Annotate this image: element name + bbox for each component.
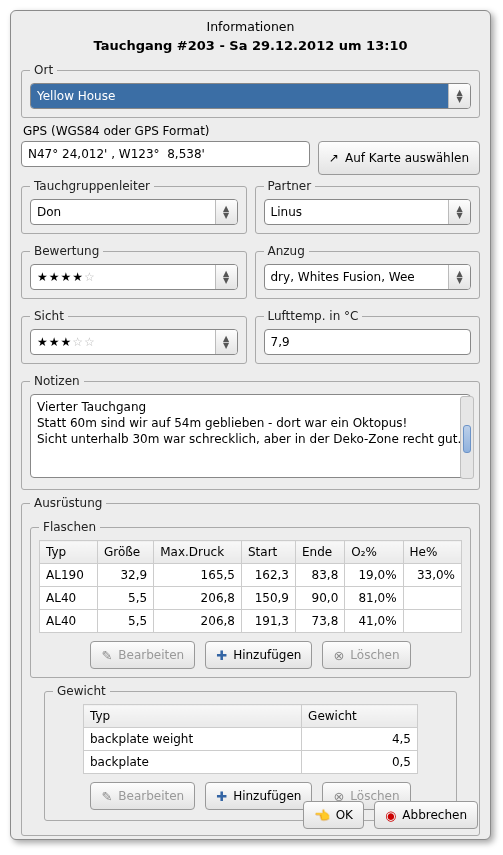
suit-combo[interactable]: dry, Whites Fusion, Wee ▲▼ xyxy=(264,264,472,290)
table-header[interactable]: Gewicht xyxy=(302,705,418,728)
equipment-group: Ausrüstung Flaschen TypGrößeMax.DruckSta… xyxy=(21,496,480,836)
window-title: Informationen xyxy=(21,17,480,38)
table-header[interactable]: He% xyxy=(403,541,461,564)
map-pointer-icon: ↗ xyxy=(329,152,339,164)
divemaster-group: Tauchgruppenleiter Don ▲▼ xyxy=(21,179,247,234)
visibility-stars: ★★★☆☆ xyxy=(31,330,215,354)
location-combo[interactable]: ▲▼ xyxy=(30,83,471,109)
wt-add-button[interactable]: ✚Hinzufügen xyxy=(205,782,312,810)
table-row[interactable]: backplate0,5 xyxy=(84,751,418,774)
divemaster-dropdown[interactable]: ▲▼ xyxy=(215,200,237,224)
gps-label: GPS (WGS84 oder GPS Format) xyxy=(23,124,480,138)
table-header[interactable]: Typ xyxy=(40,541,98,564)
location-legend: Ort xyxy=(30,63,57,77)
rating-group: Bewertung ★★★★☆ ▲▼ xyxy=(21,244,247,299)
table-row[interactable]: AL405,5206,8191,373,841,0% xyxy=(40,610,462,633)
cylinders-group: Flaschen TypGrößeMax.DruckStartEndeO₂%He… xyxy=(30,520,471,678)
air-temp-group: Lufttemp. in °C xyxy=(255,309,481,364)
table-row[interactable]: AL19032,9165,5162,383,819,0%33,0% xyxy=(40,564,462,587)
table-row[interactable]: AL405,5206,8150,990,081,0% xyxy=(40,587,462,610)
table-header[interactable]: Max.Druck xyxy=(154,541,242,564)
rating-legend: Bewertung xyxy=(30,244,103,258)
table-header[interactable]: O₂% xyxy=(345,541,403,564)
location-group: Ort ▲▼ xyxy=(21,63,480,118)
air-temp-input[interactable] xyxy=(264,329,472,355)
location-dropdown[interactable]: ▲▼ xyxy=(448,84,470,108)
table-header[interactable]: Start xyxy=(241,541,295,564)
buddy-combo[interactable]: Linus ▲▼ xyxy=(264,199,472,225)
cyl-delete-button[interactable]: ⊗Löschen xyxy=(322,641,410,669)
buddy-value: Linus xyxy=(265,200,449,224)
chevron-down-icon: ▼ xyxy=(456,96,462,103)
table-header[interactable]: Größe xyxy=(97,541,153,564)
ok-button[interactable]: 👈OK xyxy=(303,801,364,829)
suit-group: Anzug dry, Whites Fusion, Wee ▲▼ xyxy=(255,244,481,299)
rating-combo[interactable]: ★★★★☆ ▲▼ xyxy=(30,264,238,290)
suit-dropdown[interactable]: ▲▼ xyxy=(448,265,470,289)
plus-icon: ✚ xyxy=(216,790,227,803)
ok-icon: 👈 xyxy=(314,809,330,822)
pencil-icon: ✎ xyxy=(101,649,112,662)
cylinders-legend: Flaschen xyxy=(39,520,100,534)
visibility-dropdown[interactable]: ▲▼ xyxy=(215,330,237,354)
buddy-group: Partner Linus ▲▼ xyxy=(255,179,481,234)
suit-value: dry, Whites Fusion, Wee xyxy=(265,265,449,289)
gps-input[interactable] xyxy=(21,141,310,167)
divemaster-value: Don xyxy=(31,200,215,224)
cancel-icon: ◉ xyxy=(385,809,396,822)
notes-legend: Notizen xyxy=(30,374,84,388)
location-input[interactable] xyxy=(31,84,448,108)
pencil-icon: ✎ xyxy=(101,790,112,803)
cyl-add-button[interactable]: ✚Hinzufügen xyxy=(205,641,312,669)
cancel-button[interactable]: ◉Abbrechen xyxy=(374,801,478,829)
divemaster-legend: Tauchgruppenleiter xyxy=(30,179,154,193)
rating-dropdown[interactable]: ▲▼ xyxy=(215,265,237,289)
weights-table[interactable]: TypGewicht backplate weight4,5backplate0… xyxy=(83,704,418,774)
air-temp-legend: Lufttemp. in °C xyxy=(264,309,363,323)
suit-legend: Anzug xyxy=(264,244,309,258)
plus-icon: ✚ xyxy=(216,649,227,662)
notes-group: Notizen xyxy=(21,374,480,490)
divemaster-combo[interactable]: Don ▲▼ xyxy=(30,199,238,225)
visibility-group: Sicht ★★★☆☆ ▲▼ xyxy=(21,309,247,364)
visibility-combo[interactable]: ★★★☆☆ ▲▼ xyxy=(30,329,238,355)
wt-edit-button[interactable]: ✎Bearbeiten xyxy=(90,782,195,810)
cyl-edit-button[interactable]: ✎Bearbeiten xyxy=(90,641,195,669)
cylinders-table[interactable]: TypGrößeMax.DruckStartEndeO₂%He% AL19032… xyxy=(39,540,462,633)
map-select-label: Auf Karte auswählen xyxy=(345,151,469,165)
equipment-legend: Ausrüstung xyxy=(30,496,106,510)
notes-textarea[interactable] xyxy=(30,394,471,478)
rating-stars: ★★★★☆ xyxy=(31,265,215,289)
visibility-legend: Sicht xyxy=(30,309,68,323)
map-select-button[interactable]: ↗ Auf Karte auswählen xyxy=(318,141,480,175)
delete-icon: ⊗ xyxy=(333,649,344,662)
table-header[interactable]: Ende xyxy=(296,541,345,564)
table-row[interactable]: backplate weight4,5 xyxy=(84,728,418,751)
dive-subtitle: Tauchgang #203 - Sa 29.12.2012 um 13:10 xyxy=(21,38,480,59)
table-header[interactable]: Typ xyxy=(84,705,302,728)
weights-legend: Gewicht xyxy=(53,684,110,698)
buddy-dropdown[interactable]: ▲▼ xyxy=(448,200,470,224)
notes-scrollbar[interactable] xyxy=(460,396,474,479)
buddy-legend: Partner xyxy=(264,179,316,193)
